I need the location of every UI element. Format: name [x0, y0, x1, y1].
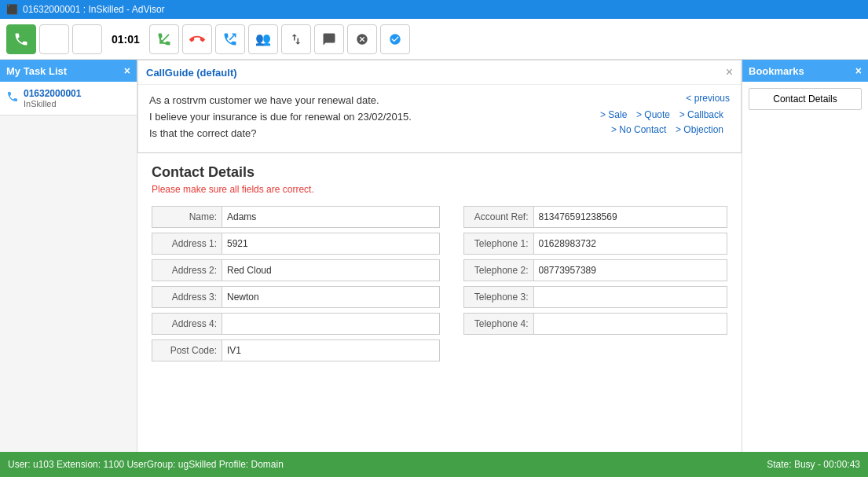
callguide-close-button[interactable]: × — [726, 65, 733, 79]
field-row-address1: Address 1: — [152, 233, 440, 255]
task-phone-icon — [6, 90, 19, 106]
field-row-name: Name: — [152, 206, 440, 228]
task-list-label: My Task List — [6, 65, 67, 77]
field-row-tel3: Telephone 3: — [463, 286, 728, 308]
tel2-input[interactable] — [534, 259, 728, 281]
cancel-button[interactable] — [347, 24, 377, 54]
tel1-label: Telephone 1: — [463, 233, 534, 255]
transfer-call-button[interactable] — [215, 24, 245, 54]
tel4-input[interactable] — [534, 313, 728, 335]
field-row-postcode: Post Code: — [152, 339, 440, 361]
address1-label: Address 1: — [152, 233, 222, 255]
fields-left-col: Name: Address 1: Address 2: Address 3: — [152, 206, 440, 366]
tel4-label: Telephone 4: — [463, 313, 534, 335]
task-list-header: My Task List × — [0, 60, 137, 82]
contact-details-bookmark-button[interactable]: Contact Details — [749, 88, 862, 110]
tel1-input[interactable] — [534, 233, 728, 255]
postcode-input[interactable] — [222, 339, 440, 361]
sidebar: My Task List × 01632000001 InSkilled — [0, 60, 137, 452]
nav-nocontact-link[interactable]: > No Contact — [611, 124, 666, 135]
task-item-number: 01632000001 — [24, 88, 81, 99]
contact-details-subtitle: Please make sure all fields are correct. — [152, 184, 727, 195]
field-row-tel1: Telephone 1: — [463, 233, 728, 255]
center-panel: CallGuide (default) × As a rostrvm custo… — [137, 60, 742, 452]
address3-input[interactable] — [222, 286, 440, 308]
task-item-info: 01632000001 InSkilled — [24, 88, 81, 108]
hold1-button[interactable] — [39, 24, 69, 54]
status-right: State: Busy - 00:00:43 — [767, 459, 860, 470]
field-row-address3: Address 3: — [152, 286, 440, 308]
tel3-input[interactable] — [534, 286, 728, 308]
field-row-tel4: Telephone 4: — [463, 313, 728, 335]
callguide-body: As a rostrvm customer we have your renew… — [138, 85, 741, 152]
address4-label: Address 4: — [152, 313, 222, 335]
address2-label: Address 2: — [152, 259, 222, 281]
name-label: Name: — [152, 206, 222, 228]
task-list-item[interactable]: 01632000001 InSkilled — [0, 82, 137, 116]
bookmarks-panel: Bookmarks × Contact Details — [742, 60, 868, 452]
field-row-address2: Address 2: — [152, 259, 440, 281]
nav-sale-link[interactable]: > Sale — [600, 109, 627, 120]
status-left: User: u103 Extension: 1100 UserGroup: ug… — [8, 459, 284, 470]
callguide-previous-link[interactable]: < previous — [573, 93, 730, 104]
bookmarks-header: Bookmarks × — [742, 60, 868, 82]
bookmarks-close-button[interactable]: × — [855, 64, 862, 77]
main-area: My Task List × 01632000001 InSkilled Cal… — [0, 60, 868, 452]
conference-button[interactable]: 👥 — [248, 24, 278, 54]
tel2-label: Telephone 2: — [463, 259, 534, 281]
task-item-name: InSkilled — [24, 99, 81, 108]
address2-input[interactable] — [222, 259, 440, 281]
chat-button[interactable] — [314, 24, 344, 54]
address3-label: Address 3: — [152, 286, 222, 308]
title-bar-icon: ⬛ — [6, 4, 18, 15]
name-input[interactable] — [222, 206, 440, 228]
status-bar: User: u103 Extension: 1100 UserGroup: ug… — [0, 452, 868, 477]
account-ref-label: Account Ref: — [463, 206, 534, 228]
nav-callback-link[interactable]: > Callback — [679, 109, 723, 120]
title-bar-text: 01632000001 : InSkilled - AdVisor — [23, 4, 165, 15]
field-row-address4: Address 4: — [152, 313, 440, 335]
contact-details-section: Contact Details Please make sure all fie… — [137, 153, 742, 377]
hold2-button[interactable] — [72, 24, 102, 54]
nav-row-2: > No Contact > Objection — [573, 123, 730, 135]
callguide-panel: CallGuide (default) × As a rostrvm custo… — [137, 60, 742, 153]
tel3-label: Telephone 3: — [463, 286, 534, 308]
nav-row-1: > Sale > Quote > Callback — [573, 108, 730, 120]
incoming-call-button[interactable] — [149, 24, 179, 54]
address4-input[interactable] — [222, 313, 440, 335]
callguide-title: CallGuide (default) — [146, 67, 237, 79]
title-bar: ⬛ 01632000001 : InSkilled - AdVisor — [0, 0, 868, 19]
toolbar: 01:01 👥 — [0, 19, 868, 60]
hangup-button[interactable] — [182, 24, 212, 54]
account-ref-input[interactable] — [534, 206, 728, 228]
task-list-close[interactable]: × — [124, 64, 130, 77]
address1-input[interactable] — [222, 233, 440, 255]
callguide-header: CallGuide (default) × — [138, 61, 741, 85]
contact-fields-grid: Name: Address 1: Address 2: Address 3: — [152, 206, 727, 366]
fields-right-col: Account Ref: Telephone 1: Telephone 2: T… — [440, 206, 728, 366]
field-row-tel2: Telephone 2: — [463, 259, 728, 281]
answer-call-button[interactable] — [6, 24, 36, 54]
callguide-nav: < previous > Sale > Quote > Callback > N… — [573, 93, 730, 141]
contact-details-heading: Contact Details — [152, 164, 727, 181]
postcode-label: Post Code: — [152, 339, 222, 361]
callguide-text: As a rostrvm customer we have your renew… — [149, 93, 557, 141]
bookmarks-title: Bookmarks — [749, 65, 804, 77]
field-row-account-ref: Account Ref: — [463, 206, 728, 228]
call-timer: 01:01 — [105, 33, 146, 46]
swap-button[interactable] — [281, 24, 311, 54]
nav-quote-link[interactable]: > Quote — [636, 109, 670, 120]
nav-objection-link[interactable]: > Objection — [676, 124, 723, 135]
confirm-button[interactable] — [380, 24, 410, 54]
